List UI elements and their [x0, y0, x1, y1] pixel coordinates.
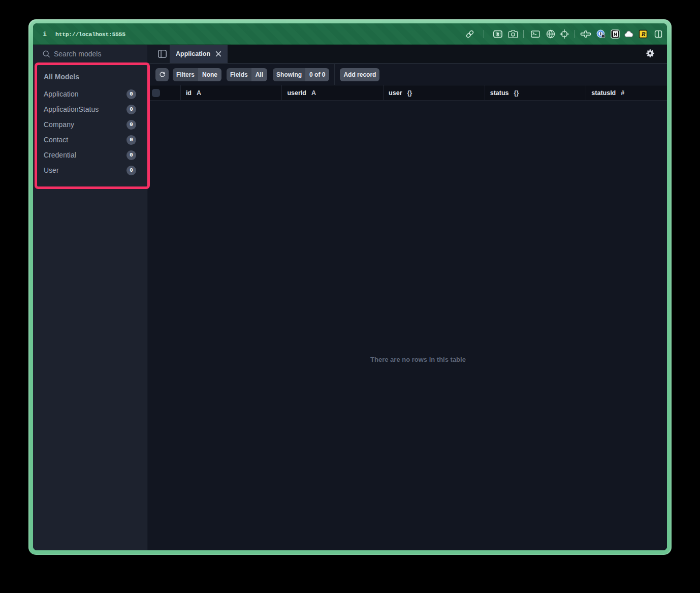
svg-text:R: R — [641, 30, 646, 38]
